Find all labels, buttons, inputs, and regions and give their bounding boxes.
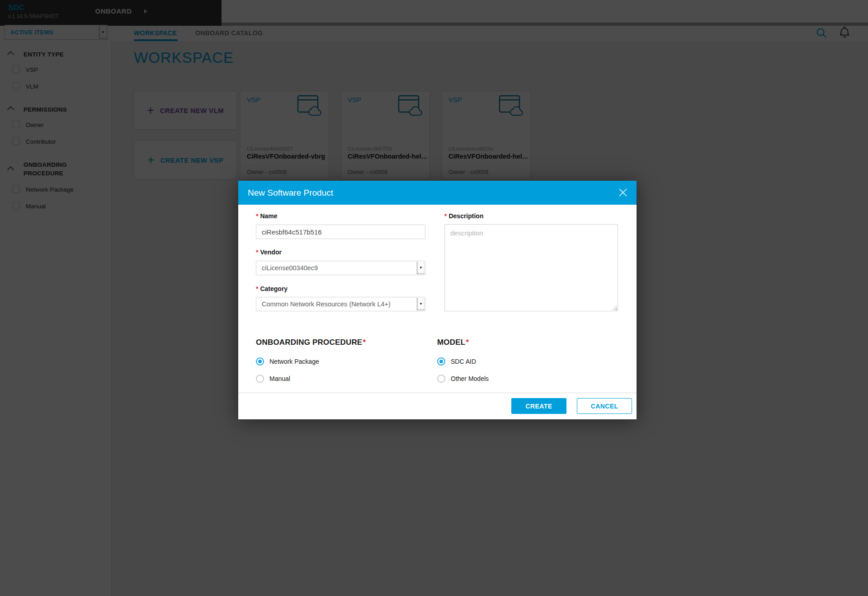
- category-field-label: *Category: [256, 285, 288, 292]
- model-section-title: MODEL*: [437, 338, 469, 347]
- modal-header: New Software Product: [238, 181, 637, 205]
- category-select-value: Common Network Resources (Network L4+): [262, 300, 391, 308]
- vendor-select-value: ciLicense00340ec9: [262, 264, 318, 272]
- category-select[interactable]: Common Network Resources (Network L4+) ▼: [256, 297, 425, 311]
- onboarding-procedure-section-title: ONBOARDING PROCEDURE*: [256, 338, 366, 347]
- chevron-down-icon[interactable]: ▼: [417, 298, 425, 310]
- required-asterisk: *: [466, 338, 469, 347]
- create-button[interactable]: CREATE: [511, 398, 566, 414]
- chevron-down-icon[interactable]: ▼: [417, 262, 425, 274]
- modal-title: New Software Product: [248, 181, 333, 205]
- radio-unselected-icon[interactable]: [437, 375, 445, 383]
- name-field-label: *Name: [256, 212, 278, 220]
- vendor-field-label: *Vendor: [256, 249, 282, 256]
- vendor-select[interactable]: ciLicense00340ec9 ▼: [256, 261, 425, 275]
- description-field-label: *Description: [444, 212, 483, 220]
- radio-other-models[interactable]: Other Models: [437, 375, 489, 383]
- close-icon[interactable]: [618, 188, 627, 197]
- radio-sdc-aid[interactable]: SDC AID: [437, 357, 476, 366]
- cancel-button[interactable]: CANCEL: [577, 398, 632, 414]
- new-software-product-modal: New Software Product *Name *Vendor ciLic…: [238, 181, 637, 419]
- required-asterisk: *: [256, 212, 258, 220]
- modal-footer-divider: [238, 393, 637, 393]
- required-asterisk: *: [256, 285, 258, 292]
- radio-selected-icon[interactable]: [437, 357, 445, 366]
- name-input[interactable]: [256, 225, 425, 239]
- required-asterisk: *: [444, 212, 447, 220]
- radio-manual[interactable]: Manual: [256, 375, 290, 383]
- description-textarea[interactable]: [444, 224, 618, 311]
- radio-unselected-icon[interactable]: [256, 375, 264, 383]
- required-asterisk: *: [363, 338, 366, 347]
- radio-network-package[interactable]: Network Package: [256, 357, 319, 366]
- radio-selected-icon[interactable]: [256, 357, 264, 366]
- required-asterisk: *: [256, 249, 258, 256]
